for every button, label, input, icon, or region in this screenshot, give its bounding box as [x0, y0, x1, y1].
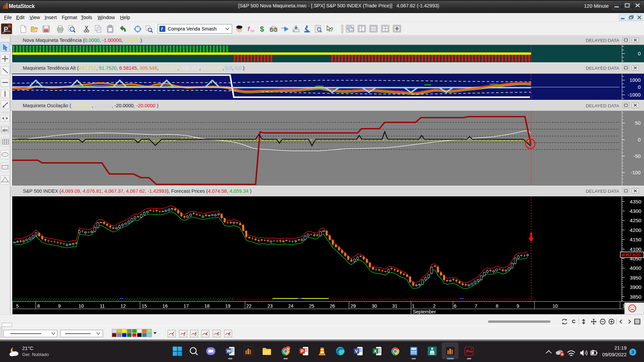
svg-text:24: 24 — [288, 303, 293, 309]
svg-text:8: 8 — [496, 303, 498, 309]
svg-text:10: 10 — [552, 303, 558, 309]
svg-text:3: 3 — [195, 333, 197, 336]
svg-text:19: 19 — [225, 303, 230, 309]
svg-text:30: 30 — [372, 303, 377, 309]
svg-text:W: W — [227, 349, 231, 354]
svg-text:50: 50 — [635, 120, 641, 126]
svg-text:4067.620: 4067.620 — [622, 252, 640, 257]
svg-text:4200: 4200 — [630, 227, 642, 233]
svg-text:11: 11 — [100, 303, 105, 309]
svg-text:6: 6 — [228, 333, 230, 336]
svg-text:P: P — [301, 349, 304, 354]
svg-text:1000: 1000 — [630, 77, 641, 83]
svg-text:S: S — [3, 105, 5, 108]
svg-text:6: 6 — [454, 303, 457, 309]
svg-text:16: 16 — [162, 303, 168, 309]
svg-text:22: 22 — [246, 303, 252, 309]
svg-text:8: 8 — [37, 303, 40, 309]
svg-text:15: 15 — [142, 303, 147, 309]
svg-text:DELAYED DATA: DELAYED DATA — [586, 103, 619, 108]
svg-text:4300: 4300 — [630, 208, 642, 214]
svg-text:Nova Maquineta Tendência (0.00: Nova Maquineta Tendência (0.0000, -1.000… — [23, 38, 142, 43]
svg-text:3900: 3900 — [630, 284, 642, 290]
svg-text:0: 0 — [638, 51, 641, 56]
svg-text:1: 1 — [412, 303, 415, 309]
svg-text:Maquineta Tendência Alt (247.2: Maquineta Tendência Alt (247.212, 51.752… — [23, 65, 245, 71]
svg-text:12: 12 — [120, 303, 126, 309]
svg-text:1: 1 — [172, 333, 174, 336]
svg-text:29: 29 — [351, 303, 356, 309]
svg-text:9: 9 — [58, 303, 61, 309]
svg-text:0: 0 — [638, 137, 641, 142]
svg-text:9: 9 — [517, 303, 519, 309]
svg-text:DELAYED DATA: DELAYED DATA — [586, 38, 619, 43]
svg-text:4150: 4150 — [630, 237, 642, 242]
svg-text:4100: 4100 — [630, 246, 642, 252]
svg-text:-1000: -1000 — [628, 92, 641, 98]
svg-text:2: 2 — [433, 303, 436, 309]
svg-text:10: 10 — [78, 303, 84, 309]
svg-text:DELAYED DATA: DELAYED DATA — [586, 189, 619, 194]
svg-text:0: 0 — [638, 84, 641, 90]
svg-text:Pro: Pro — [466, 349, 473, 353]
svg-text:4000: 4000 — [630, 265, 642, 271]
svg-text:3950: 3950 — [630, 275, 642, 281]
svg-text:C: C — [572, 318, 576, 324]
svg-text:3850: 3850 — [630, 294, 642, 300]
svg-text:5: 5 — [16, 303, 19, 309]
svg-text:2: 2 — [183, 333, 185, 336]
svg-text:abc: abc — [2, 128, 8, 132]
svg-text:17: 17 — [183, 303, 189, 309]
svg-text:26: 26 — [330, 303, 335, 309]
svg-text:5: 5 — [217, 333, 219, 336]
svg-text:4: 4 — [206, 333, 208, 336]
svg-text:L: L — [7, 102, 8, 104]
svg-text:V: V — [355, 349, 358, 354]
svg-text:25: 25 — [309, 303, 314, 309]
svg-text:4250: 4250 — [630, 218, 642, 223]
svg-text:X: X — [374, 349, 377, 354]
svg-text:18: 18 — [204, 303, 210, 309]
svg-text:7: 7 — [475, 303, 477, 309]
svg-text:S&P 500 INDEX (4,069.09, 4,076: S&P 500 INDEX (4,069.09, 4,076.81, 4,067… — [23, 188, 252, 194]
svg-text:N: N — [287, 347, 289, 351]
svg-text:DELAYED DATA: DELAYED DATA — [586, 66, 619, 71]
svg-text:31: 31 — [392, 303, 397, 309]
svg-text:September: September — [413, 309, 436, 314]
svg-text:23: 23 — [267, 303, 273, 309]
svg-text:-100: -100 — [631, 170, 641, 175]
svg-text:4350: 4350 — [630, 199, 642, 204]
svg-text:-50: -50 — [633, 153, 641, 159]
svg-text:Maquineta Oscilação ( -2.00000: Maquineta Oscilação ( -2.00000, 24.1169,… — [23, 103, 158, 108]
